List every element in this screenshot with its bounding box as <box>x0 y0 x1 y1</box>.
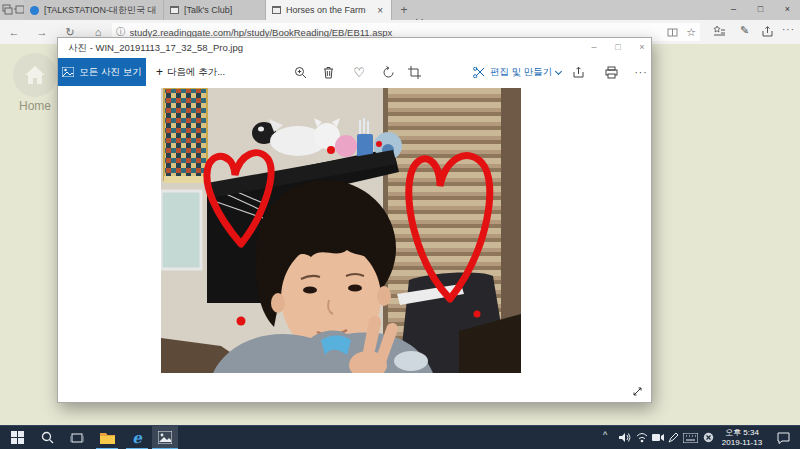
start-button[interactable] <box>4 426 30 449</box>
plus-icon: + <box>156 65 163 79</box>
tab-favicon <box>170 6 179 14</box>
file-explorer-icon[interactable] <box>94 426 120 449</box>
tab-label: Horses on the Farm <box>286 5 370 15</box>
chevron-down-icon <box>555 67 562 74</box>
new-tab-button[interactable]: + <box>396 0 412 20</box>
rotate-icon[interactable] <box>379 63 397 81</box>
action-center-icon[interactable] <box>770 426 796 449</box>
favorites-hub-icon[interactable] <box>712 26 726 38</box>
taskbar-clock[interactable]: 오후 5:34 2019-11-13 <box>716 428 768 448</box>
tab-label: [Talk's Club] <box>184 5 259 15</box>
zoom-icon[interactable] <box>291 63 309 81</box>
forward-icon[interactable]: → <box>30 20 54 44</box>
tab-close-icon[interactable]: × <box>375 5 385 16</box>
add-to-label: 다음에 추가... <box>167 66 225 79</box>
clock-date: 2019-11-13 <box>716 438 768 448</box>
expand-fullscreen-icon[interactable] <box>628 382 646 400</box>
photos-minimize-button[interactable]: – <box>582 38 606 58</box>
tab-horses-on-the-farm[interactable]: Horses on the Farm × <box>266 0 392 20</box>
webpage-home-button[interactable] <box>13 53 57 97</box>
photo-image <box>161 88 521 373</box>
tab-favicon <box>272 6 281 14</box>
url-text: study2.readinggate.com/hp/study/BookRead… <box>130 27 668 38</box>
back-icon[interactable]: ← <box>2 20 26 44</box>
browser-more-icon[interactable]: ··· <box>782 24 795 35</box>
photos-maximize-button[interactable]: □ <box>606 38 630 58</box>
taskbar: e ^ 오후 5:34 2019-11-13 <box>0 425 800 449</box>
share-icon[interactable] <box>761 26 774 38</box>
browser-close-button[interactable]: × <box>774 0 800 20</box>
favorite-heart-icon[interactable]: ♡ <box>350 63 368 81</box>
photos-close-button[interactable]: × <box>630 38 654 58</box>
reading-view-icon[interactable] <box>667 27 678 38</box>
volume-icon[interactable] <box>616 426 634 449</box>
photos-app-window: 사진 - WIN_20191113_17_32_58_Pro.jpg – □ ×… <box>57 37 652 403</box>
add-to-button[interactable]: + 다음에 추가... <box>156 58 225 86</box>
tab-talkstation[interactable]: [TALKSTATION-대한민국 대 <box>24 0 164 20</box>
print-icon[interactable] <box>602 63 620 81</box>
browser-maximize-button[interactable]: □ <box>747 0 774 20</box>
delete-icon[interactable] <box>319 63 337 81</box>
search-icon[interactable] <box>34 426 60 449</box>
tab-preview-icon[interactable] <box>2 4 13 15</box>
desktop-screen: [TALKSTATION-대한민국 대 [Talk's Club] Horses… <box>0 0 800 449</box>
photos-content-area <box>58 86 651 402</box>
photos-app-icon[interactable] <box>152 426 178 449</box>
scissors-icon <box>473 67 486 78</box>
photos-more-icon[interactable]: ··· <box>632 63 650 81</box>
task-view-icon[interactable] <box>64 426 90 449</box>
picture-icon <box>62 67 74 77</box>
photos-share-icon[interactable] <box>569 63 587 81</box>
photos-toolbar: 모든 사진 보기 + 다음에 추가... ♡ <box>58 58 651 86</box>
annotate-pen-icon[interactable]: ✎ <box>740 24 749 37</box>
see-all-photos-button[interactable]: 모든 사진 보기 <box>58 58 146 86</box>
tab-label: [TALKSTATION-대한민국 대 <box>44 4 157 17</box>
clock-time: 오후 5:34 <box>716 428 768 438</box>
edit-and-create-label: 편집 및 만들기 <box>490 66 552 79</box>
touch-keyboard-icon[interactable] <box>680 426 700 449</box>
favorite-star-icon[interactable]: ☆ <box>686 26 696 39</box>
tab-talks-club[interactable]: [Talk's Club] <box>164 0 266 20</box>
crop-icon[interactable] <box>405 63 423 81</box>
edge-browser-icon[interactable]: e <box>124 426 150 449</box>
status-circle-icon[interactable] <box>699 426 717 449</box>
see-all-photos-label: 모든 사진 보기 <box>79 66 141 79</box>
house-icon <box>23 64 47 86</box>
browser-tab-bar: [TALKSTATION-대한민국 대 [Talk's Club] Horses… <box>0 0 800 20</box>
tab-favicon <box>30 6 39 15</box>
browser-minimize-button[interactable]: – <box>720 0 747 20</box>
tray-expand-icon[interactable]: ^ <box>603 430 607 440</box>
edit-and-create-button[interactable]: 편집 및 만들기 <box>473 58 561 86</box>
photos-window-title: 사진 - WIN_20191113_17_32_58_Pro.jpg <box>68 38 243 58</box>
